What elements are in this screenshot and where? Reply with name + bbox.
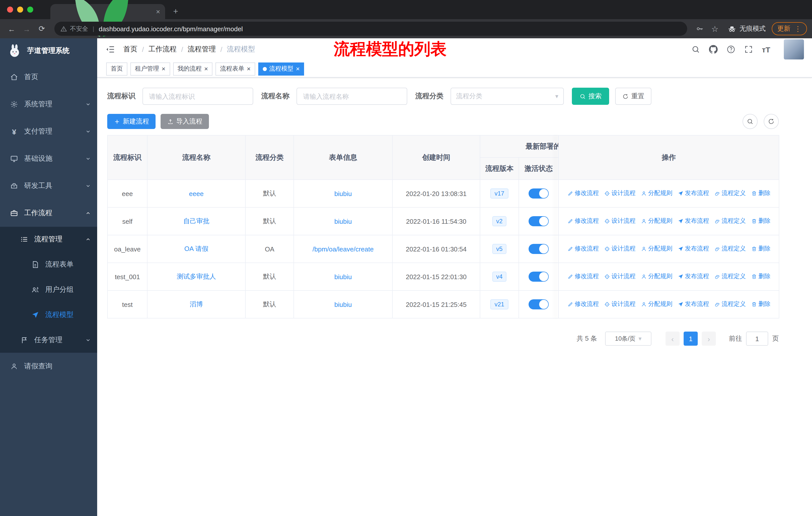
category-select[interactable]: 流程分类 ▾ — [451, 88, 564, 105]
forward-button[interactable]: → — [20, 22, 33, 35]
close-icon[interactable]: × — [247, 65, 251, 72]
action-delete[interactable]: 删除 — [751, 189, 771, 198]
bookmark-star-icon[interactable]: ☆ — [708, 22, 721, 35]
action-process-definition[interactable]: 流程定义 — [714, 272, 746, 281]
cell-process-name-link[interactable]: 自己审批 — [147, 207, 245, 235]
action-assign-rules[interactable]: 分配规则 — [641, 300, 672, 309]
cell-form-info-link[interactable]: biubiu — [294, 207, 393, 235]
sidebar-item-process-model[interactable]: 流程模型 — [0, 302, 97, 328]
action-publish-process[interactable]: 发布流程 — [677, 300, 709, 309]
action-publish-process[interactable]: 发布流程 — [677, 217, 709, 225]
tag-tenant-management[interactable]: 租户管理 × — [130, 62, 170, 75]
sidebar-item-dev-tools[interactable]: 研发工具 — [0, 172, 97, 199]
action-delete[interactable]: 删除 — [751, 272, 771, 281]
sidebar-item-home[interactable]: 首页 — [0, 63, 97, 91]
process-id-input[interactable] — [142, 88, 253, 105]
address-bar[interactable]: 不安全 | dashboard.yudao.iocoder.cn/bpm/man… — [54, 22, 687, 36]
github-icon[interactable] — [709, 45, 718, 54]
prev-page-button[interactable]: ‹ — [666, 332, 679, 346]
action-modify-process[interactable]: 修改流程 — [567, 245, 599, 253]
current-page-button[interactable]: 1 — [684, 332, 698, 346]
action-design-process[interactable]: 设计流程 — [604, 217, 636, 225]
action-assign-r[interactable]: 分配规则 — [641, 217, 672, 225]
help-icon[interactable] — [727, 45, 736, 54]
sidebar-item-leave-query[interactable]: 请假查询 — [0, 353, 97, 380]
sidebar-item-task-management[interactable]: 任务管理 — [0, 328, 97, 353]
reset-button[interactable]: 重置 — [615, 88, 651, 105]
action-delete[interactable]: 删除 — [751, 245, 771, 253]
action-modify-process[interactable]: 修改流程 — [567, 300, 599, 309]
sidebar-item-process-management[interactable]: 流程管理 — [0, 227, 97, 252]
action-modify-process[interactable]: 修改流程 — [567, 189, 599, 198]
browser-menu-icon[interactable]: ⋮ — [794, 25, 802, 33]
goto-page-input[interactable] — [746, 332, 768, 346]
sidebar-item-process-form[interactable]: 流程表单 — [0, 252, 97, 277]
fullscreen-icon[interactable] — [744, 45, 753, 54]
active-toggle[interactable] — [529, 299, 549, 309]
action-process-definition[interactable]: 流程定义 — [714, 217, 746, 225]
breadcrumb-home[interactable]: 首页 — [123, 45, 138, 54]
action-publish-process[interactable]: 发布流程 — [677, 272, 709, 281]
sidebar-item-payment[interactable]: ¥ 支付管理 — [0, 118, 97, 145]
process-name-input[interactable] — [296, 88, 407, 105]
action-design-process[interactable]: 设计流程 — [604, 245, 636, 253]
action-modify-process[interactable]: 修改流程 — [567, 217, 599, 225]
cell-process-name-link[interactable]: 滔博 — [147, 291, 245, 318]
cell-form-info-link[interactable]: /bpm/oa/leave/create — [294, 235, 393, 263]
action-process-definition[interactable]: 流程定义 — [714, 189, 746, 198]
tag-home[interactable]: 首页 — [106, 62, 127, 75]
window-close-button[interactable] — [7, 6, 13, 12]
page-size-select[interactable]: 10条/页 ▾ — [605, 332, 651, 346]
cell-form-info-link[interactable]: biubiu — [294, 180, 393, 207]
font-size-icon[interactable]: тT — [762, 45, 770, 54]
cell-form-info-link[interactable]: biubiu — [294, 291, 393, 318]
action-publish-process[interactable]: 发布流程 — [677, 189, 709, 198]
window-maximize-button[interactable] — [27, 6, 33, 12]
close-icon[interactable]: × — [204, 65, 208, 72]
action-design-process[interactable]: 设计流程 — [604, 272, 636, 281]
action-publish-process[interactable]: 发布流程 — [677, 245, 709, 253]
cell-process-name-link[interactable]: eeee — [147, 180, 245, 207]
tag-process-model[interactable]: 流程模型 × — [258, 62, 304, 75]
toggle-search-button[interactable] — [743, 114, 758, 129]
sidebar-item-system[interactable]: 系统管理 — [0, 91, 97, 118]
close-icon[interactable]: × — [162, 65, 165, 72]
browser-update-button[interactable]: 更新 ⋮ — [772, 22, 807, 35]
action-modify-process[interactable]: 修改流程 — [567, 272, 599, 281]
tab-close-icon[interactable]: × — [156, 7, 160, 16]
breadcrumb-workflow[interactable]: 工作流程 — [148, 45, 177, 54]
reload-button[interactable]: ⟳ — [35, 22, 48, 35]
cell-process-name-link[interactable]: 测试多审批人 — [147, 263, 245, 291]
browser-tab[interactable]: 芋道管理系统 × — [50, 4, 165, 19]
action-process-definition[interactable]: 流程定义 — [714, 245, 746, 253]
tag-process-form[interactable]: 流程表单 × — [215, 62, 255, 75]
active-toggle[interactable] — [529, 216, 549, 226]
new-tab-button[interactable]: + — [169, 5, 182, 18]
refresh-table-button[interactable] — [764, 114, 779, 129]
cell-process-name-link[interactable]: OA 请假 — [147, 235, 245, 263]
password-key-icon[interactable] — [693, 22, 706, 35]
active-toggle[interactable] — [529, 188, 549, 198]
action-assign-rules[interactable]: 分配规则 — [641, 272, 672, 281]
action-design-process[interactable]: 设计流程 — [604, 189, 636, 198]
sidebar-item-infrastructure[interactable]: 基础设施 — [0, 145, 97, 172]
next-page-button[interactable]: › — [702, 332, 716, 346]
window-minimize-button[interactable] — [17, 6, 23, 12]
close-icon[interactable]: × — [296, 65, 300, 72]
avatar[interactable] — [784, 39, 804, 59]
action-assign-rules[interactable]: 分配规则 — [641, 189, 672, 198]
active-toggle[interactable] — [529, 244, 549, 254]
search-icon[interactable] — [691, 45, 700, 54]
active-toggle[interactable] — [529, 272, 549, 282]
sidebar-item-user-group[interactable]: 用户分组 — [0, 277, 97, 302]
action-assign-rules[interactable]: 分配规则 — [641, 245, 672, 253]
back-button[interactable]: ← — [5, 22, 18, 35]
tag-my-process[interactable]: 我的流程 × — [173, 62, 212, 75]
search-button[interactable]: 搜索 — [572, 88, 609, 105]
sidebar-item-workflow[interactable]: 工作流程 — [0, 199, 97, 227]
action-design-process[interactable]: 设计流程 — [604, 300, 636, 309]
action-delete[interactable]: 删除 — [751, 217, 771, 225]
breadcrumb-process-management[interactable]: 流程管理 — [188, 45, 216, 54]
action-delete[interactable]: 删除 — [751, 300, 771, 309]
create-process-button[interactable]: 新建流程 — [107, 114, 155, 129]
